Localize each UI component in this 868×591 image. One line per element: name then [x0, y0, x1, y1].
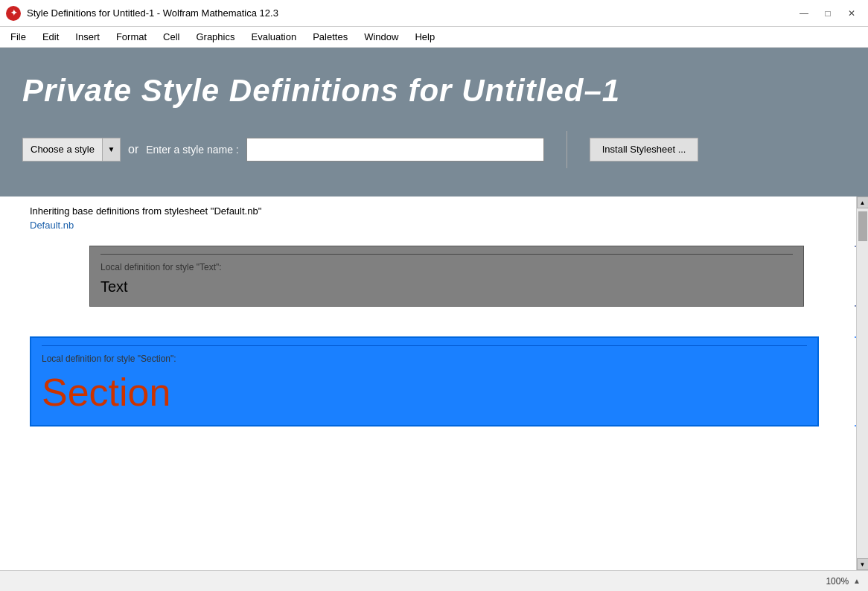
choose-style-label[interactable]: Choose a style	[23, 138, 102, 161]
choose-style-button[interactable]: Choose a style ▼	[22, 138, 121, 162]
window-controls: — □ ✕	[794, 4, 862, 22]
scroll-down-arrow[interactable]: ▼	[857, 558, 869, 570]
menu-item-cell[interactable]: Cell	[156, 29, 187, 45]
text-style-block: Local definition for style "Text": Text	[89, 246, 804, 307]
section-style-block-wrapper: Local definition for style "Section": Se…	[30, 336, 841, 427]
style-name-input[interactable]	[246, 138, 544, 162]
scroll-track[interactable]	[857, 208, 868, 558]
scroll-up-arrow[interactable]: ▲	[857, 197, 869, 208]
zoom-up-arrow[interactable]: ▲	[853, 577, 861, 585]
menu-item-format[interactable]: Format	[109, 29, 154, 45]
menu-bar: FileEditInsertFormatCellGraphicsEvaluati…	[0, 27, 868, 48]
menu-item-palettes[interactable]: Palettes	[305, 29, 355, 45]
inherit-text: Inheriting base definitions from stylesh…	[30, 205, 841, 217]
default-nb-link[interactable]: Default.nb	[30, 220, 841, 231]
menu-item-insert[interactable]: Insert	[68, 29, 107, 45]
window-title: Style Definitions for Untitled-1 - Wolfr…	[27, 7, 278, 19]
menu-item-file[interactable]: File	[3, 29, 33, 45]
menu-item-evaluation[interactable]: Evaluation	[243, 29, 304, 45]
status-bar: 100% ▲	[0, 570, 868, 591]
close-button[interactable]: ✕	[841, 4, 862, 22]
section-style-content: Section	[42, 370, 807, 415]
menu-item-edit[interactable]: Edit	[35, 29, 66, 45]
section-block-bracket	[855, 336, 856, 427]
or-text: or	[128, 143, 138, 156]
maximize-button[interactable]: □	[817, 4, 838, 22]
header-title: Private Style Definitions for Untitled–1	[22, 58, 846, 109]
text-def-label: Local definition for style "Text":	[100, 262, 793, 272]
minimize-button[interactable]: —	[794, 4, 814, 22]
section-style-block: Local definition for style "Section": Se…	[30, 336, 819, 427]
divider	[567, 131, 567, 168]
menu-item-help[interactable]: Help	[407, 29, 442, 45]
app-icon: ✦	[6, 6, 21, 21]
content-scroll[interactable]: Inheriting base definitions from stylesh…	[0, 197, 856, 570]
header-area: Private Style Definitions for Untitled–1…	[0, 48, 868, 197]
right-scrollbar[interactable]: ▲ ▼	[856, 197, 868, 570]
menu-item-window[interactable]: Window	[357, 29, 406, 45]
install-stylesheet-button[interactable]: Install Stylesheet ...	[590, 138, 699, 162]
zoom-level: 100%	[826, 576, 849, 587]
header-controls: Choose a style ▼ or Enter a style name :…	[22, 131, 846, 187]
text-style-content: Text	[100, 278, 793, 296]
choose-style-dropdown-arrow[interactable]: ▼	[102, 138, 120, 161]
section-def-label: Local definition for style "Section":	[42, 354, 807, 364]
content-area: Inheriting base definitions from stylesh…	[0, 197, 868, 570]
title-bar: ✦ Style Definitions for Untitled-1 - Wol…	[0, 0, 868, 27]
enter-style-label: Enter a style name :	[146, 144, 239, 156]
menu-item-graphics[interactable]: Graphics	[188, 29, 242, 45]
text-style-block-wrapper: Local definition for style "Text": Text	[30, 246, 841, 307]
scroll-thumb[interactable]	[858, 211, 867, 241]
text-block-bracket	[855, 246, 856, 307]
